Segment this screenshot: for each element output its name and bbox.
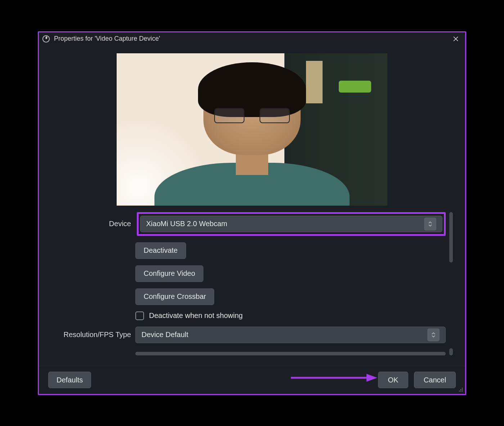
ok-button[interactable]: OK — [378, 372, 408, 388]
svg-point-5 — [462, 389, 463, 390]
device-select-value: XiaoMi USB 2.0 Webcam — [146, 220, 227, 228]
deactivate-when-not-showing-checkbox[interactable] — [135, 311, 144, 320]
device-select[interactable]: XiaoMi USB 2.0 Webcam — [140, 216, 442, 232]
obs-icon — [42, 35, 50, 43]
select-stepper-icon — [424, 218, 436, 230]
deactivate-button[interactable]: Deactivate — [135, 242, 186, 259]
resize-grip-icon[interactable] — [458, 387, 464, 393]
svg-point-8 — [462, 390, 463, 391]
svg-point-6 — [459, 390, 460, 391]
scrollbar-horizontal-thumb[interactable] — [135, 352, 446, 355]
deactivate-when-not-showing-label: Deactivate when not showing — [149, 311, 243, 320]
scrollbar-vertical-thumb[interactable] — [449, 212, 453, 263]
scrollbar-vertical-track-end[interactable] — [449, 348, 453, 355]
select-stepper-icon — [427, 328, 440, 341]
resolution-fps-type-value: Device Default — [141, 331, 188, 339]
row-configure-crossbar: Configure Crossbar — [44, 288, 460, 305]
configure-crossbar-button[interactable]: Configure Crossbar — [135, 288, 214, 305]
label-resolution-fps-type: Resolution/FPS Type — [51, 331, 132, 339]
resolution-fps-type-select[interactable]: Device Default — [135, 327, 446, 343]
titlebar: Properties for 'Video Capture Device' — [39, 32, 465, 45]
row-truncated — [44, 350, 460, 355]
row-configure-video: Configure Video — [44, 265, 460, 282]
highlight-annotation: XiaoMi USB 2.0 Webcam — [137, 212, 446, 236]
row-deactivate-when-not-showing: Deactivate when not showing — [44, 311, 460, 320]
svg-point-4 — [460, 389, 461, 390]
svg-point-3 — [462, 387, 463, 388]
cancel-button[interactable]: Cancel — [414, 372, 456, 388]
row-device: Device XiaoMi USB 2.0 Webcam — [44, 212, 460, 236]
video-preview — [117, 53, 387, 206]
svg-point-7 — [460, 390, 461, 391]
row-deactivate: Deactivate — [44, 242, 460, 259]
row-resolution-fps-type: Resolution/FPS Type Device Default — [44, 327, 460, 343]
form-region: Device XiaoMi USB 2.0 Webcam — [44, 212, 460, 355]
dialog-body: Device XiaoMi USB 2.0 Webcam — [39, 45, 465, 366]
close-button[interactable] — [449, 34, 462, 44]
defaults-button[interactable]: Defaults — [48, 372, 91, 388]
properties-dialog: Properties for 'Video Capture Device' De… — [38, 31, 466, 395]
label-device: Device — [51, 220, 132, 228]
configure-video-button[interactable]: Configure Video — [135, 265, 203, 282]
window-title: Properties for 'Video Capture Device' — [54, 35, 160, 42]
dialog-footer: Defaults OK Cancel — [39, 366, 465, 394]
